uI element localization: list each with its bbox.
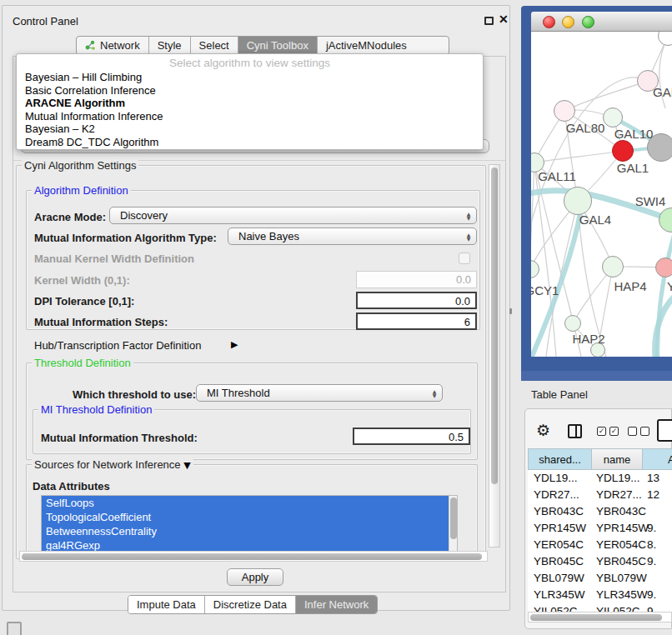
network-canvas[interactable]: GAL GAL80 GAL10 GAL1 GAL11 GAL4 SWI4 GCY… [531, 32, 672, 357]
table-row[interactable]: YLR345WYLR345W9. [528, 587, 672, 603]
table-row[interactable]: YBL079WYBL079W [528, 570, 672, 587]
dpi-tolerance-field[interactable]: 0.0 [356, 292, 477, 309]
mi-threshold-group-title: MI Threshold Definition [38, 403, 154, 416]
mi-threshold-field[interactable]: 0.5 [353, 428, 470, 445]
table-row[interactable]: YDR27...YDR27...12 [528, 487, 672, 503]
node-label: GAL1 [617, 161, 649, 175]
tab-network-label: Network [100, 39, 140, 52]
manual-kernel-checkbox[interactable] [459, 252, 470, 264]
select-all-checkbox-icon[interactable]: ✓ [597, 427, 606, 436]
node-label: GAL80 [566, 121, 605, 135]
tab-jactivemnodules[interactable]: jActiveMNodules [317, 37, 415, 54]
table-row[interactable]: YIL052CYIL052C9 [528, 603, 672, 612]
network-node[interactable] [603, 108, 623, 128]
table-horizontal-scrollbar[interactable] [528, 612, 672, 622]
data-attributes-list[interactable]: SelfLoops TopologicalCoefficient Between… [41, 495, 458, 552]
close-icon[interactable]: ✕ [499, 12, 509, 26]
expand-right-icon[interactable]: ▶ [231, 339, 238, 350]
mi-type-value: Naive Bayes [228, 230, 461, 242]
tab-select[interactable]: Select [190, 37, 238, 54]
cell: YER054C [596, 538, 646, 551]
table-row[interactable]: YDL19...YDL19...13 [528, 470, 672, 487]
tab-style[interactable]: Style [148, 37, 190, 54]
scrollbar-thumb[interactable] [491, 168, 498, 484]
column-header[interactable]: shared... [528, 448, 592, 470]
dropdown-item[interactable]: Bayesian – K2 [25, 122, 474, 136]
zoom-traffic-icon[interactable] [582, 16, 594, 28]
gear-icon[interactable]: ⚙ [536, 421, 550, 439]
cell: YLR345W [534, 588, 585, 601]
table-row[interactable]: YBR043CYBR043C [528, 503, 672, 520]
dropdown-item[interactable]: Dream8 DC_TDC Algorithm [25, 136, 474, 149]
tab-impute-data[interactable]: Impute Data [128, 596, 204, 613]
cell: YLR345W [596, 588, 648, 601]
deselect-all-checkbox-icon[interactable] [640, 427, 649, 436]
list-item[interactable]: gal4RGexp [42, 538, 457, 552]
cell: YPR145W [596, 522, 649, 534]
tab-discretize-data[interactable]: Discretize Data [204, 596, 295, 613]
network-node[interactable] [655, 258, 672, 278]
dropdown-item[interactable]: Bayesian – Hill Climbing [25, 71, 474, 84]
splitter-handle[interactable] [509, 308, 512, 314]
settings-horizontal-scrollbar[interactable] [19, 551, 488, 562]
table-body: YDL19...YDL19...13 YDR27...YDR27...12 YB… [528, 470, 672, 612]
node-label: GCY1 [531, 283, 559, 298]
list-item[interactable]: BetweennessCentrality [42, 524, 457, 538]
table-row[interactable]: YBR045CYBR045C9. [528, 553, 672, 570]
mi-threshold-label: Mutual Information Threshold: [41, 432, 198, 444]
minimize-traffic-icon[interactable] [562, 16, 574, 28]
settings-vertical-scrollbar[interactable] [489, 164, 500, 548]
network-window-titlebar[interactable] [531, 12, 672, 32]
float-window-icon[interactable] [484, 17, 494, 25]
which-threshold-combobox[interactable]: MI Threshold ▲▼ [196, 384, 443, 402]
dropdown-item-selected[interactable]: ARACNE Algorithm [25, 97, 474, 110]
network-node[interactable] [564, 187, 592, 215]
tab-infer-network[interactable]: Infer Network [295, 596, 377, 613]
cell: YDR27... [596, 488, 642, 501]
split-columns-icon[interactable] [568, 424, 582, 438]
node-label: GAL11 [538, 169, 576, 183]
close-traffic-icon[interactable] [543, 16, 555, 28]
deselect-all-checkbox-icon[interactable] [628, 427, 637, 436]
select-all-checkbox-icon[interactable]: ✓ [609, 427, 619, 436]
tab-cyni-toolbox-label: Cyni Toolbox [247, 39, 308, 52]
which-threshold-value: MI Threshold [197, 387, 427, 399]
column-header[interactable]: name [592, 448, 643, 470]
mi-steps-field[interactable]: 6 [356, 312, 477, 330]
hub-definition-label: Hub/Transcription Factor Definition [34, 339, 201, 352]
list-item[interactable]: SelfLoops [42, 496, 457, 510]
node-label: SWI4 [635, 194, 666, 208]
apply-button[interactable]: Apply [227, 568, 283, 586]
tab-cyni-toolbox[interactable]: Cyni Toolbox [238, 37, 317, 54]
table-row[interactable]: YPR145WYPR145W9. [528, 520, 672, 537]
table-row[interactable]: YER054CYER054C8. [528, 537, 672, 553]
combo-arrows-icon: ▲▼ [461, 232, 476, 241]
sources-group-title: Sources for Network Inference ▼ [32, 458, 193, 471]
algorithm-definition-title: Algorithm Definition [32, 184, 131, 197]
tab-select-label: Select [199, 39, 229, 52]
attributes-list-scrollbar[interactable] [449, 496, 457, 551]
export-table-icon[interactable] [657, 419, 672, 442]
cell: YIL052C [596, 605, 640, 612]
minimized-panel-icon[interactable] [7, 622, 22, 635]
network-node[interactable] [564, 315, 581, 332]
kernel-width-field[interactable]: 0.0 [356, 271, 477, 288]
cell: YBL079W [534, 572, 584, 584]
collapse-down-icon[interactable]: ▼ [183, 460, 190, 471]
scrollbar-thumb[interactable] [450, 498, 457, 539]
combo-arrows-icon: ▲▼ [427, 389, 442, 398]
network-node[interactable] [602, 256, 624, 278]
tab-style-label: Style [158, 39, 182, 52]
dropdown-item[interactable]: Basic Correlation Inference [25, 84, 474, 98]
mi-type-combobox[interactable]: Naive Bayes ▲▼ [228, 228, 477, 245]
dropdown-item[interactable]: Mutual Information Inference [25, 110, 474, 123]
aracne-mode-combobox[interactable]: Discovery ▲▼ [109, 207, 477, 224]
network-node[interactable] [554, 100, 575, 122]
network-node[interactable] [612, 140, 634, 162]
scrollbar-thumb[interactable] [530, 614, 662, 621]
scrollbar-thumb[interactable] [22, 553, 482, 560]
dpi-tolerance-label: DPI Tolerance [0,1]: [34, 295, 134, 308]
list-item[interactable]: TopologicalCoefficient [42, 510, 457, 524]
column-header[interactable]: A [643, 448, 672, 470]
tab-network[interactable]: Network [77, 37, 148, 54]
